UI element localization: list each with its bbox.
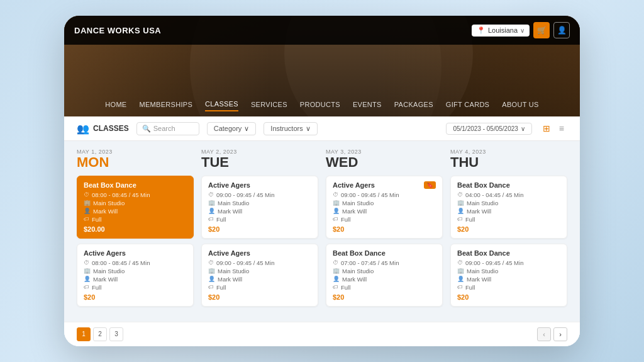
class-card[interactable]: Active Agers ⏱ 08:00 - 08:45 / 45 Min 🏢 … [77,244,194,307]
class-status: 🏷 Full [208,284,311,291]
list-view-button[interactable]: ≡ [556,122,567,135]
instructors-chevron: ∨ [306,125,311,133]
top-bar: DANCE WORKS USA 📍 Louisiana ∨ 🛒 👤 [64,16,580,45]
grid-view-button[interactable]: ⊞ [540,122,553,135]
date-chevron: ∨ [521,125,525,132]
class-card[interactable]: Active Agers ⏱ 09:00 - 09:45 / 45 Min 🏢 … [201,176,318,239]
clock-icon: ⏱ [84,259,89,266]
person-icon: 👤 [457,208,464,214]
cart-button[interactable]: 🛒 [533,22,550,38]
class-status: 🏷 Full [84,284,187,291]
class-time: ⏱ 08:00 - 08:45 / 45 Min [84,191,187,198]
day-col-tue: May 2, 2023 TUE Active Agers ⏱ 09:00 - 0… [201,149,318,311]
class-price: $20 [457,293,560,301]
nav-packages[interactable]: PACKAGES [394,101,433,111]
section-title: 👥 CLASSES [77,123,129,135]
nav-about-us[interactable]: ABOUT US [502,101,538,111]
day-header-wed: May 3, 2023 WED [326,149,443,170]
page-btn-2[interactable]: 2 [93,327,107,341]
day-col-thu: May 4, 2023 THU Beat Box Dance ⏱ 04:00 -… [450,149,567,311]
class-studio: 🏢 Main Studio [84,268,187,274]
class-card[interactable]: Beat Box Dance ⏱ 04:00 - 04:45 / 45 Min … [450,176,567,239]
pagination-row: 1 2 3 ‹ › [64,322,580,346]
schedule-area: May 1, 2023 MON Beat Box Dance ⏱ 08:00 -… [64,141,580,321]
day-columns: May 1, 2023 MON Beat Box Dance ⏱ 08:00 -… [77,149,567,311]
category-chevron: ∨ [244,125,249,133]
class-name: Beat Box Dance [457,249,560,257]
class-name: Active Agers 🔖 [333,181,436,189]
class-name: Beat Box Dance [84,181,187,189]
prev-arrow-button[interactable]: ‹ [537,327,551,341]
class-studio: 🏢 Main Studio [333,200,436,206]
day-name-tue: TUE [201,155,318,170]
class-time: ⏱ 09:00 - 09:45 / 45 Min [457,259,560,266]
class-time: ⏱ 07:00 - 07:45 / 45 Min [333,259,436,266]
class-status: 🏷 Full [208,216,311,223]
class-time: ⏱ 04:00 - 04:45 / 45 Min [457,191,560,198]
nav-memberships[interactable]: MEMBERSHIPS [140,101,193,111]
next-arrow-button[interactable]: › [553,327,567,341]
location-selector[interactable]: 📍 Louisiana ∨ [472,25,530,37]
class-time: ⏱ 09:00 - 09:45 / 45 Min [333,191,436,198]
nav-events[interactable]: EVENTS [353,101,382,111]
person-icon: 👤 [457,276,464,282]
building-icon: 🏢 [457,200,464,206]
pin-icon: 📍 [477,26,486,35]
class-studio: 🏢 Main Studio [208,200,311,206]
tag-icon: 🏷 [457,284,463,290]
day-name-wed: WED [326,155,443,170]
clock-icon: ⏱ [84,191,89,198]
page-btn-3[interactable]: 3 [109,327,123,341]
building-icon: 🏢 [84,268,91,274]
clock-icon: ⏱ [457,259,463,266]
date-range-text: 05/1/2023 - 05/05/2023 [453,125,518,132]
search-box[interactable]: 🔍 Search [136,122,199,135]
class-card[interactable]: Beat Box Dance ⏱ 07:00 - 07:45 / 45 Min … [326,244,443,307]
day-name-mon: MON [77,155,194,170]
class-price: $20 [208,293,311,301]
category-filter[interactable]: Category ∨ [207,122,257,135]
device-frame: DANCE WORKS USA 📍 Louisiana ∨ 🛒 👤 HOME M… [64,16,580,346]
class-card[interactable]: Beat Box Dance ⏱ 09:00 - 09:45 / 45 Min … [450,244,567,307]
nav-products[interactable]: PRODUCTS [300,101,340,111]
class-studio: 🏢 Main Studio [208,268,311,274]
class-price: $20 [84,293,187,301]
page-btn-1[interactable]: 1 [77,327,91,341]
building-icon: 🏢 [333,268,340,274]
building-icon: 🏢 [208,268,215,274]
hero-section: DANCE WORKS USA 📍 Louisiana ∨ 🛒 👤 HOME M… [64,16,580,116]
class-card[interactable]: Beat Box Dance ⏱ 08:00 - 08:45 / 45 Min … [77,176,194,239]
nav-home[interactable]: HOME [105,101,126,111]
nav-classes[interactable]: CLASSES [205,100,238,111]
view-toggle: ⊞ ≡ [540,122,567,135]
class-price: $20 [208,225,311,233]
date-range-filter[interactable]: 05/1/2023 - 05/05/2023 ∨ [446,123,531,135]
class-studio: 🏢 Main Studio [457,268,560,274]
nav-arrows: ‹ › [537,327,567,341]
tag-icon: 🏷 [208,216,214,222]
instructors-filter[interactable]: Instructors ∨ [264,122,317,135]
class-instructor: 👤 Mark Will [457,208,560,215]
class-price: $20 [333,293,436,301]
class-studio: 🏢 Main Studio [84,200,187,206]
day-name-thu: THU [450,155,567,170]
search-placeholder: Search [153,125,175,132]
class-card[interactable]: Active Agers 🔖 ⏱ 09:00 - 09:45 / 45 Min … [326,176,443,239]
classes-icon: 👥 [77,123,89,135]
filter-bar: 👥 CLASSES 🔍 Search Category ∨ Instructor… [64,116,580,141]
tag-icon: 🏷 [333,216,338,222]
class-instructor: 👤 Mark Will [84,276,187,283]
category-label: Category [214,125,242,132]
user-button[interactable]: 👤 [553,22,570,38]
class-status: 🏷 Full [457,216,560,223]
tag-icon: 🏷 [457,216,463,222]
class-status: 🏷 Full [84,216,187,223]
person-icon: 👤 [208,208,215,214]
nav-gift-cards[interactable]: GIFT CARDS [446,101,489,111]
nav-services[interactable]: SERVICES [251,101,287,111]
chevron-down-icon: ∨ [520,27,525,34]
tag-icon: 🏷 [208,284,214,290]
class-card[interactable]: Active Agers ⏱ 09:00 - 09:45 / 45 Min 🏢 … [201,244,318,307]
class-name: Active Agers [84,249,187,257]
day-col-mon: May 1, 2023 MON Beat Box Dance ⏱ 08:00 -… [77,149,194,311]
